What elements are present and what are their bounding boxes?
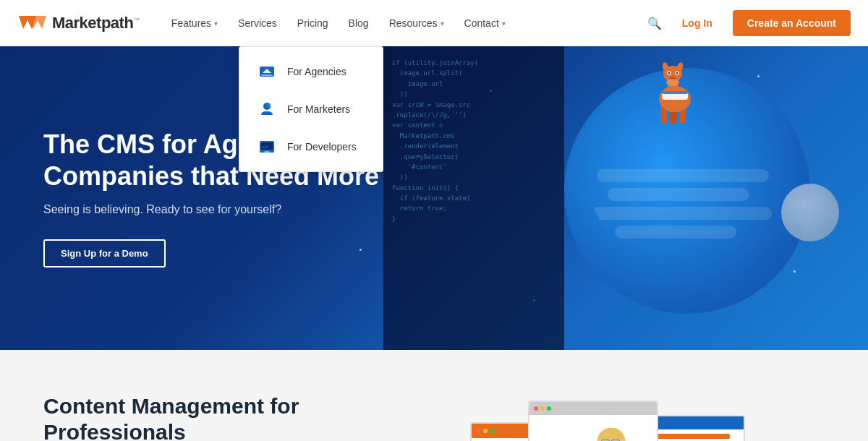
screen-right-header: [645, 416, 744, 429]
dot-red: [476, 429, 480, 433]
svg-point-23: [676, 72, 678, 74]
logo-icon: [17, 13, 48, 33]
section2-illustration: <100%/>: [391, 393, 825, 441]
svg-rect-4: [261, 74, 273, 76]
dropdown-item-developers[interactable]: </> For Developers: [239, 128, 383, 166]
planet-stripes: [586, 169, 788, 270]
logo[interactable]: Marketpath™: [17, 13, 140, 33]
svg-point-21: [668, 72, 670, 74]
dot-red: [534, 406, 538, 411]
nav-item-contact[interactable]: Contact ▾: [456, 12, 514, 35]
star-decoration: [793, 270, 796, 273]
dot-green: [490, 429, 495, 433]
demo-button[interactable]: Sign Up for a Demo: [43, 239, 166, 267]
nav-item-features[interactable]: Features ▾: [163, 12, 226, 35]
nav-item-blog[interactable]: Blog: [340, 12, 378, 35]
svg-point-27: [666, 79, 679, 86]
llama-illustration: [647, 59, 698, 124]
site-header: Marketpath™ Features ▾ Services Pricing …: [0, 0, 868, 46]
features-dropdown: For Agencies For Marketers </> For Devel…: [239, 46, 383, 172]
dropdown-item-agencies[interactable]: For Agencies: [239, 53, 383, 90]
section2-text: Content Management for Professionals Bui…: [43, 393, 347, 441]
chevron-down-icon: ▾: [502, 20, 506, 27]
nav-item-resources[interactable]: Resources ▾: [380, 12, 453, 35]
developers-icon: </>: [257, 137, 277, 157]
logo-text: Marketpath™: [52, 14, 140, 33]
chevron-down-icon: ▾: [214, 20, 218, 27]
nav-item-pricing[interactable]: Pricing: [289, 12, 337, 35]
person-illustration: [590, 428, 640, 441]
screen-right: [644, 415, 745, 441]
hero-section: if (utility.joinArray( image.url.split( …: [0, 46, 868, 350]
main-nav: Features ▾ Services Pricing Blog Resourc…: [163, 12, 647, 35]
login-button[interactable]: Log In: [673, 12, 721, 35]
marketers-icon: [257, 99, 277, 119]
dot-yellow: [540, 406, 545, 411]
nav-right: 🔍 Log In Create an Account: [647, 10, 851, 36]
section2-title: Content Management for Professionals: [43, 393, 347, 441]
svg-rect-26: [662, 91, 688, 94]
screen-center-header: [529, 402, 657, 415]
progress-bar: [651, 434, 730, 439]
star-decoration: [757, 75, 760, 77]
svg-point-6: [266, 103, 271, 107]
dot-green: [547, 406, 551, 411]
person-head: [597, 428, 626, 441]
agencies-icon: [257, 61, 277, 82]
person-hair: [598, 428, 624, 440]
create-account-button[interactable]: Create an Account: [733, 10, 851, 36]
svg-text:</>: </>: [262, 145, 268, 149]
dot-yellow: [483, 429, 488, 433]
pro-illustration: <100%/>: [470, 393, 745, 441]
svg-rect-10: [264, 151, 270, 153]
chevron-down-icon: ▾: [441, 20, 444, 27]
nav-item-services[interactable]: Services: [229, 12, 286, 35]
section-professionals: Content Management for Professionals Bui…: [0, 350, 868, 441]
dropdown-item-marketers[interactable]: For Marketers: [239, 90, 383, 128]
hero-subtitle: Seeing is believing. Ready to see for yo…: [43, 203, 391, 216]
search-icon[interactable]: 🔍: [647, 17, 662, 30]
moon-illustration: [781, 184, 839, 241]
